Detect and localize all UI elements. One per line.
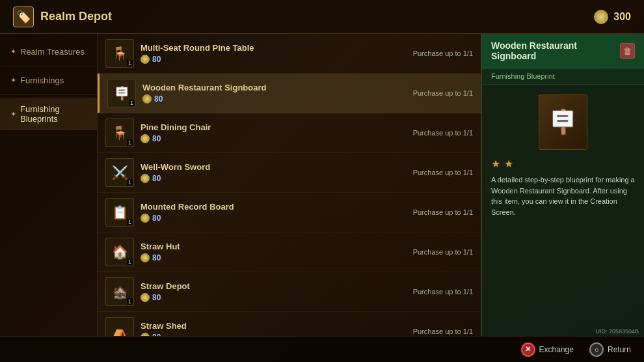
- item-purchase-7: Purchase up to 1/1: [413, 327, 473, 335]
- detail-thumb-icon: 🪧: [548, 108, 578, 135]
- price-icon-1: [142, 94, 152, 104]
- sidebar-divider-2: [0, 94, 97, 95]
- list-item[interactable]: 🏠 1 Straw Hut 80 Purchase up to 1/1: [98, 232, 481, 272]
- detail-description: A detailed step-by-step blueprint for ma…: [491, 174, 635, 217]
- item-name-0: Multi-Seat Round Pine Table: [141, 43, 408, 53]
- item-purchase-5: Purchase up to 1/1: [413, 248, 473, 256]
- price-text-6: 80: [152, 293, 161, 302]
- item-thumb-5: 🏠 1: [105, 238, 134, 266]
- star-icon-2: ✦: [10, 76, 16, 85]
- item-info-0: Multi-Seat Round Pine Table 80: [141, 43, 408, 64]
- item-thumb-2: 🪑 1: [105, 118, 134, 147]
- item-price-4: 80: [141, 214, 408, 223]
- price-text-4: 80: [152, 214, 161, 223]
- item-thumb-1: 🪧 1: [107, 79, 136, 107]
- item-thumb-0: 🪑 1: [105, 39, 134, 68]
- item-name-4: Mounted Record Board: [141, 202, 408, 212]
- star-0: ★: [491, 158, 502, 168]
- item-price-3: 80: [141, 174, 408, 183]
- item-purchase-0: Purchase up to 1/1: [413, 49, 473, 57]
- item-info-6: Straw Depot 80: [141, 281, 408, 302]
- item-price-1: 80: [142, 94, 408, 104]
- item-info-2: Pine Dining Chair 80: [141, 122, 408, 143]
- shop-icon: 🏷️: [13, 7, 34, 27]
- item-info-4: Mounted Record Board 80: [141, 202, 408, 223]
- item-price-2: 80: [141, 134, 408, 143]
- item-purchase-4: Purchase up to 1/1: [413, 208, 473, 216]
- item-info-3: Well-Worn Sword 80: [141, 162, 408, 183]
- currency-icon: [594, 10, 608, 24]
- star-1: ★: [504, 158, 515, 168]
- sidebar-item-realm-treasures[interactable]: ✦ Realm Treasures: [0, 40, 97, 63]
- detail-trash-button[interactable]: 🗑: [620, 43, 635, 59]
- item-name-6: Straw Depot: [141, 281, 408, 291]
- item-thumb-7: ⛺ 1: [105, 317, 134, 336]
- item-name-5: Straw Hut: [141, 242, 408, 251]
- item-info-5: Straw Hut 80: [141, 242, 408, 262]
- price-icon-3: [141, 174, 150, 183]
- exchange-button-icon[interactable]: ✕: [521, 342, 535, 357]
- currency-display: 300: [594, 10, 631, 24]
- detail-header: Wooden Restaurant Signboard 🗑: [482, 34, 644, 68]
- list-item[interactable]: ⛺ 1 Straw Shed 80 Purchase up to 1/1: [98, 312, 481, 336]
- return-button-icon[interactable]: ○: [589, 342, 604, 357]
- return-action[interactable]: ○ Return: [589, 342, 631, 357]
- sidebar-divider-1: [0, 66, 97, 66]
- item-name-2: Pine Dining Chair: [141, 122, 408, 132]
- item-thumb-4: 📋 1: [105, 198, 134, 227]
- list-item[interactable]: 🪑 1 Pine Dining Chair 80 Purchase up to …: [98, 113, 481, 153]
- detail-body: 🪧 ★★ A detailed step-by-step blueprint f…: [482, 85, 644, 336]
- detail-title: Wooden Restaurant Signboard: [491, 40, 620, 61]
- currency-amount: 300: [613, 11, 631, 23]
- detail-image: 🪧: [539, 94, 587, 150]
- item-price-0: 80: [141, 55, 408, 64]
- exchange-label: Exchange: [539, 345, 574, 354]
- price-icon-5: [141, 253, 150, 262]
- list-item[interactable]: 🏚️ 1 Straw Depot 80 Purchase up to 1/1: [98, 272, 481, 312]
- list-item[interactable]: 📋 1 Mounted Record Board 80 Purchase up …: [98, 193, 481, 232]
- star-icon-3: ✦: [10, 110, 16, 118]
- exchange-action[interactable]: ✕ Exchange: [521, 342, 574, 357]
- item-purchase-3: Purchase up to 1/1: [413, 169, 473, 176]
- price-text-2: 80: [152, 134, 161, 143]
- main-container: ✦ Realm Treasures ✦ Furnishings ✦ Furnis…: [0, 34, 644, 336]
- price-text-1: 80: [154, 94, 163, 104]
- price-text-5: 80: [152, 253, 161, 262]
- watermark: UID: 70583504B: [595, 328, 639, 335]
- sidebar-label-blueprints: Furnishing Blueprints: [20, 104, 87, 124]
- price-text-0: 80: [152, 55, 161, 64]
- detail-subtitle: Furnishing Blueprint: [482, 68, 644, 85]
- top-bar: 🏷️ Realm Depot 300: [0, 0, 644, 34]
- sidebar-label-realm-treasures: Realm Treasures: [20, 47, 85, 57]
- detail-panel: Wooden Restaurant Signboard 🗑 Furnishing…: [481, 34, 644, 336]
- item-purchase-2: Purchase up to 1/1: [413, 129, 473, 137]
- price-text-3: 80: [152, 174, 161, 183]
- sidebar-item-furnishings[interactable]: ✦ Furnishings: [0, 69, 97, 92]
- list-item[interactable]: 🪧 1 Wooden Restaurant Signboard 80 Purch…: [98, 74, 481, 113]
- item-info-1: Wooden Restaurant Signboard 80: [142, 83, 408, 104]
- item-price-5: 80: [141, 253, 408, 262]
- sidebar-label-furnishings: Furnishings: [20, 76, 64, 85]
- item-name-3: Well-Worn Sword: [141, 162, 408, 172]
- item-price-6: 80: [141, 293, 408, 302]
- trash-icon: 🗑: [623, 46, 632, 56]
- sidebar: ✦ Realm Treasures ✦ Furnishings ✦ Furnis…: [0, 34, 98, 336]
- price-icon-4: [141, 214, 150, 223]
- list-item[interactable]: ⚔️ 1 Well-Worn Sword 80 Purchase up to 1…: [98, 153, 481, 193]
- detail-stars: ★★: [491, 158, 635, 168]
- item-list[interactable]: 🪑 1 Multi-Seat Round Pine Table 80 Purch…: [98, 34, 481, 336]
- return-label: Return: [608, 345, 631, 354]
- detail-image-area: 🪧: [491, 92, 635, 151]
- star-icon: ✦: [10, 48, 16, 56]
- price-icon-6: [141, 293, 150, 302]
- item-purchase-6: Purchase up to 1/1: [413, 288, 473, 296]
- bottom-bar: ✕ Exchange ○ Return: [0, 336, 644, 362]
- list-item[interactable]: 🪑 1 Multi-Seat Round Pine Table 80 Purch…: [98, 34, 481, 74]
- price-icon-2: [141, 134, 150, 143]
- item-name-1: Wooden Restaurant Signboard: [142, 83, 408, 92]
- item-purchase-1: Purchase up to 1/1: [413, 89, 473, 97]
- price-icon-0: [141, 55, 150, 64]
- sidebar-item-furnishing-blueprints[interactable]: ✦ Furnishing Blueprints: [0, 98, 97, 130]
- item-info-7: Straw Shed 80: [141, 321, 408, 336]
- item-name-7: Straw Shed: [141, 321, 408, 331]
